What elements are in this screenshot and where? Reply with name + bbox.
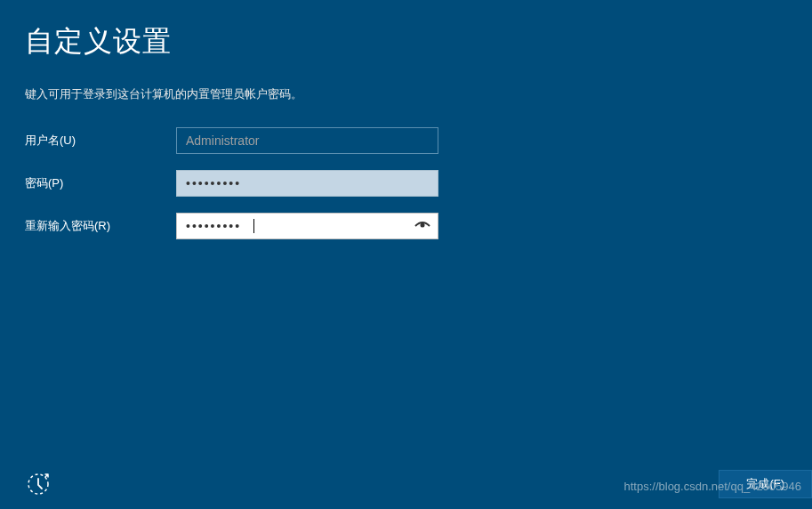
page-title: 自定义设置 — [25, 22, 787, 61]
password-row: 密码(P) — [25, 170, 787, 197]
username-label: 用户名(U) — [25, 133, 176, 149]
ease-of-access-icon[interactable] — [25, 471, 52, 497]
bottom-bar — [0, 466, 812, 509]
show-password-icon[interactable] — [414, 217, 431, 235]
confirm-password-label: 重新输入密码(R) — [25, 218, 176, 234]
confirm-password-row: 重新输入密码(R) — [25, 213, 787, 239]
finish-button[interactable]: 完成(F) — [719, 470, 812, 498]
password-label: 密码(P) — [25, 175, 176, 191]
text-cursor — [253, 219, 254, 233]
page-subtitle: 键入可用于登录到这台计算机的内置管理员帐户密码。 — [25, 86, 787, 102]
username-row: 用户名(U) — [25, 127, 787, 154]
username-input — [176, 127, 438, 154]
svg-point-0 — [421, 223, 425, 228]
password-input[interactable] — [176, 170, 438, 197]
confirm-password-input[interactable] — [176, 213, 438, 239]
